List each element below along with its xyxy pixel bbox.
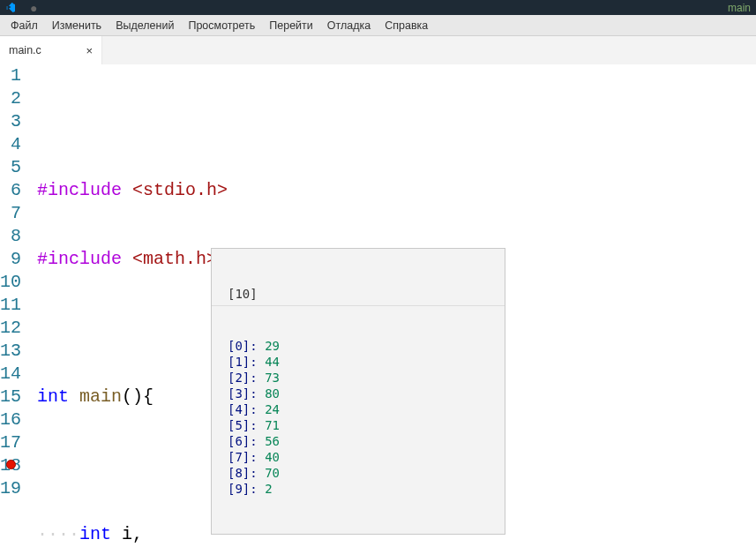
line-number-gutter: 12345678910111213141516171819 (0, 64, 37, 547)
hover-row: [9]: 2 (212, 481, 505, 497)
hover-row: [6]: 56 (212, 433, 505, 449)
close-icon[interactable]: × (86, 44, 93, 57)
hover-row: [7]: 40 (212, 449, 505, 465)
hover-row: [1]: 44 (212, 354, 505, 370)
tab-label: main.c (9, 44, 41, 56)
hover-row: [8]: 70 (212, 465, 505, 481)
menu-edit[interactable]: Изменить (45, 17, 109, 34)
line-number: 19 (0, 477, 21, 500)
hover-row: [4]: 24 (212, 401, 505, 417)
code-editor[interactable]: 12345678910111213141516171819 #include <… (0, 64, 756, 547)
line-number: 11 (0, 294, 21, 317)
line-number: 5 (0, 156, 21, 179)
title-bar: ● main (0, 0, 756, 15)
hover-row: [2]: 73 (212, 370, 505, 386)
tab-bar: main.c × (0, 36, 756, 64)
hover-row: [5]: 71 (212, 417, 505, 433)
menu-bar: Файл Изменить Выделений Просмотреть Пере… (0, 15, 756, 36)
title-text: main (728, 2, 751, 14)
line-number: 16 (0, 408, 21, 431)
menu-debug[interactable]: Отладка (320, 17, 378, 34)
vscode-icon (5, 3, 16, 13)
line-number: 9 (0, 248, 21, 271)
code-area[interactable]: #include <stdio.h> #include <math.h> int… (37, 64, 756, 547)
line-number: 7 (0, 202, 21, 225)
line-number: 17 (0, 431, 21, 454)
line-number: 12 (0, 317, 21, 340)
line-number: 15 (0, 386, 21, 408)
menu-file[interactable]: Файл (4, 17, 45, 34)
line-number: 3 (0, 110, 21, 133)
line-number: 8 (0, 225, 21, 248)
line-number: 10 (0, 271, 21, 294)
line-number: 14 (0, 363, 21, 386)
hover-row: [0]: 29 (212, 338, 505, 354)
menu-help[interactable]: Справка (378, 17, 435, 34)
hover-header: [10] (212, 284, 505, 306)
debug-hover-tooltip: [10] [0]: 29[1]: 44[2]: 73[3]: 80[4]: 24… (211, 248, 505, 535)
menu-selection[interactable]: Выделений (109, 17, 181, 34)
breakpoint-icon[interactable] (6, 460, 16, 469)
menu-go[interactable]: Перейти (262, 17, 320, 34)
hover-row: [3]: 80 (212, 386, 505, 401)
editor-tab[interactable]: main.c × (0, 36, 102, 64)
modified-indicator: ● (30, 2, 37, 14)
line-number: 1 (0, 64, 21, 87)
line-number: 4 (0, 133, 21, 156)
line-number: 13 (0, 340, 21, 363)
line-number: 6 (0, 179, 21, 202)
line-number: 2 (0, 87, 21, 110)
menu-view[interactable]: Просмотреть (181, 17, 262, 34)
